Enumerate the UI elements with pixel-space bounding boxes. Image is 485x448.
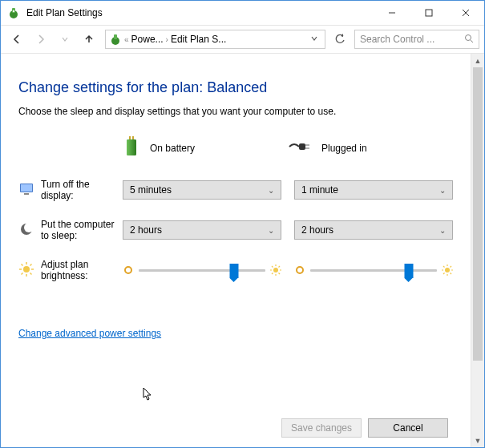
svg-rect-13 [129,136,131,139]
footer-buttons: Save changes Cancel [281,418,448,438]
brightness-label: Adjust plan brightness: [41,259,123,281]
display-row: Turn off the display: 5 minutes ⌄ 1 minu… [18,176,453,204]
svg-line-50 [451,266,452,268]
recent-dropdown[interactable] [54,28,76,50]
search-input[interactable]: Search Control ... [354,30,479,49]
scroll-down-button[interactable]: ▼ [471,434,484,447]
dropdown-value: 2 hours [130,224,162,236]
svg-point-9 [466,34,471,40]
svg-line-38 [272,266,273,268]
up-button[interactable] [78,28,100,50]
plugged-column-header: Plugged in [288,139,453,157]
app-icon [7,6,20,19]
brightness-battery-slider[interactable] [123,264,281,276]
back-button[interactable] [6,28,28,50]
page-heading: Change settings for the plan: Balanced [18,79,453,96]
breadcrumb-item[interactable]: Powe... [131,34,164,45]
svg-point-43 [445,268,450,272]
battery-label: On battery [150,143,195,154]
scroll-track[interactable] [471,67,484,434]
brightness-row: Adjust plan brightness: [18,256,453,285]
plug-icon [288,139,312,157]
sun-dim-icon [294,264,305,276]
sun-bright-icon [442,264,453,276]
refresh-button[interactable] [330,30,350,49]
minimize-button[interactable] [374,1,410,25]
sleep-battery-dropdown[interactable]: 2 hours ⌄ [123,220,281,240]
sun-icon [18,261,34,280]
sun-bright-icon [270,264,281,276]
svg-point-23 [23,266,30,272]
title-bar: Edit Plan Settings [1,1,484,25]
chevron-down-icon: ⌄ [268,226,274,235]
chevron-down-icon: ⌄ [439,226,446,235]
search-placeholder: Search Control ... [360,34,434,45]
cancel-button[interactable]: Cancel [368,418,448,438]
sleep-plugged-dropdown[interactable]: 2 hours ⌄ [294,220,453,240]
svg-line-41 [272,273,273,275]
scroll-thumb[interactable] [473,67,483,361]
slider-thumb[interactable] [405,264,414,278]
battery-icon [123,135,140,161]
dropdown-value: 1 minute [301,184,338,196]
content-area: Change settings for the plan: Balanced C… [1,54,471,447]
moon-icon [18,221,34,240]
svg-line-39 [279,273,281,275]
nav-toolbar: « Powe... › Edit Plan S... Search Contro… [1,25,484,54]
svg-rect-15 [299,143,305,150]
maximize-button[interactable] [410,1,447,25]
svg-point-32 [125,267,131,273]
monitor-icon [18,181,34,200]
cursor-icon [139,386,153,404]
chevron-down-icon: ⌄ [439,186,446,195]
display-plugged-dropdown[interactable]: 1 minute ⌄ [294,180,453,200]
svg-line-49 [451,273,452,275]
save-button[interactable]: Save changes [281,418,362,438]
vertical-scrollbar[interactable]: ▲ ▼ [471,54,484,447]
svg-rect-20 [24,193,29,195]
display-label: Turn off the display: [41,179,123,201]
plugged-label: Plugged in [321,143,367,154]
svg-rect-14 [132,136,134,139]
control-panel-icon [109,33,122,46]
svg-line-40 [279,266,281,268]
column-headers: On battery Plugged in [18,135,453,161]
svg-line-29 [30,272,32,274]
svg-rect-12 [127,139,136,155]
slider-thumb[interactable] [229,264,238,278]
battery-column-header: On battery [123,135,288,161]
page-subtext: Choose the sleep and display settings th… [18,106,453,117]
breadcrumb-dropdown[interactable] [307,34,321,45]
svg-line-51 [443,273,445,275]
close-button[interactable] [447,1,484,25]
slider-track[interactable] [139,269,265,272]
svg-point-42 [297,267,303,273]
svg-point-33 [273,268,278,272]
svg-point-2 [13,10,14,12]
dropdown-value: 2 hours [301,224,333,236]
svg-line-10 [471,40,473,42]
breadcrumb[interactable]: « Powe... › Edit Plan S... [105,30,325,49]
sleep-label: Put the computer to sleep: [41,219,123,241]
svg-line-31 [22,272,23,274]
chevron-left-icon: « [122,35,131,44]
svg-point-22 [24,223,34,232]
svg-line-48 [443,266,445,268]
advanced-settings-link[interactable]: Change advanced power settings [18,328,161,339]
brightness-plugged-slider[interactable] [294,264,453,276]
chevron-down-icon: ⌄ [268,186,274,195]
display-battery-dropdown[interactable]: 5 minutes ⌄ [123,180,281,200]
forward-button[interactable] [30,28,52,50]
svg-rect-19 [21,184,32,192]
scroll-up-button[interactable]: ▲ [471,54,484,67]
sleep-row: Put the computer to sleep: 2 hours ⌄ 2 h… [18,216,453,244]
svg-rect-8 [114,34,117,39]
sun-dim-icon [123,264,134,276]
breadcrumb-item[interactable]: Edit Plan S... [171,34,226,45]
dropdown-value: 5 minutes [130,184,172,196]
slider-track[interactable] [310,269,437,272]
window-controls [374,1,484,25]
window-title: Edit Plan Settings [26,7,374,18]
svg-line-28 [22,264,23,265]
search-icon [464,34,474,46]
